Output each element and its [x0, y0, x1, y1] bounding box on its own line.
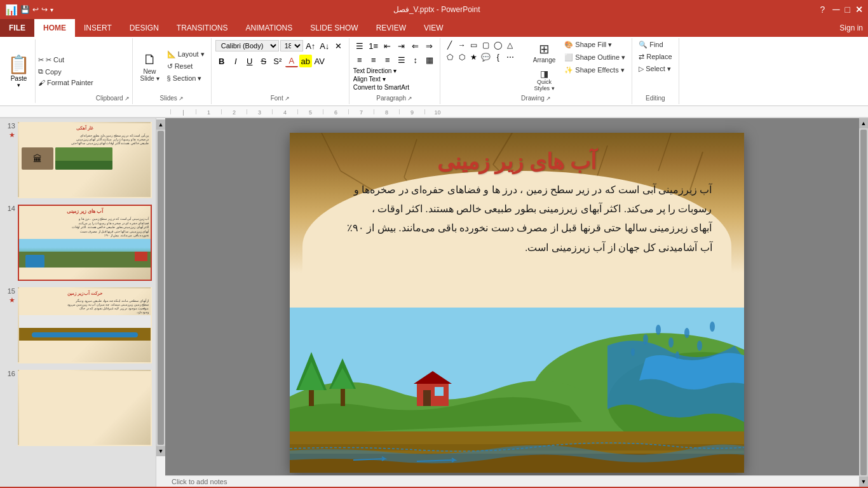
slide-thumbnail-16[interactable]	[18, 370, 152, 446]
scroll-down-arrow[interactable]: ▼	[156, 446, 165, 456]
text-direction-button[interactable]: Text Direction ▾	[353, 67, 397, 74]
help-button[interactable]: ?	[820, 4, 825, 15]
arrange-button[interactable]: ⊞ Arrange	[529, 39, 560, 65]
convert-smartart-button[interactable]: Convert to SmartArt	[353, 84, 409, 91]
new-slide-button[interactable]: 🗋 New Slide ▾	[137, 50, 163, 84]
undo-icon[interactable]: ↩	[32, 5, 39, 14]
font-expand-icon[interactable]: ↗	[285, 95, 290, 102]
font-name-select[interactable]: Calibri (Body)	[215, 40, 279, 51]
shape-effects-button[interactable]: ✨ Shape Effects ▾	[562, 65, 628, 76]
scroll-thumb[interactable]	[158, 131, 164, 445]
shape-fill-button[interactable]: 🎨 Shape Fill ▾	[562, 39, 628, 50]
tab-animations[interactable]: ANIMATIONS	[236, 19, 301, 37]
ltr-button[interactable]: ⇒	[423, 39, 436, 52]
strikethrough-button[interactable]: S	[257, 55, 270, 67]
section-button[interactable]: § Section ▾	[165, 73, 207, 84]
select-button[interactable]: ▷ Select ▾	[636, 64, 674, 74]
clear-format-button[interactable]: ✕	[332, 39, 345, 52]
reset-button[interactable]: ↺ Reset	[165, 61, 207, 72]
align-center-button[interactable]: ≡	[367, 53, 380, 66]
copy-button[interactable]: ⧉ Copy	[36, 66, 96, 77]
tab-view[interactable]: VIEW	[415, 19, 452, 37]
save-icon[interactable]: 💾	[20, 5, 30, 14]
slide-item-16[interactable]: 16	[3, 369, 153, 447]
shape-btn-star[interactable]: ★	[468, 51, 480, 63]
shape-btn-callout[interactable]: 💬	[480, 51, 492, 63]
shape-btn-hex[interactable]: ⬡	[456, 51, 468, 63]
underline-button[interactable]: U	[243, 55, 256, 67]
tab-review[interactable]: REVIEW	[367, 19, 415, 37]
sign-in-button[interactable]: Sign in	[839, 24, 863, 32]
tab-file[interactable]: FILE	[0, 19, 34, 37]
current-slide[interactable]: آب های زیر زمینی آب زیرزمینی آبی است که …	[290, 133, 744, 473]
slide-thumbnail-14[interactable]: آب های زیر زمینی آب زیرزمینی آبی است که …	[18, 205, 152, 281]
format-painter-button[interactable]: 🖌 Format Painter	[36, 78, 96, 88]
shape-btn-pentagon[interactable]: ⬠	[444, 51, 456, 63]
rtl-button[interactable]: ⇐	[409, 39, 422, 52]
find-button[interactable]: 🔍 Find	[636, 39, 674, 50]
paste-button[interactable]: 📋 Paste ▾	[3, 39, 36, 103]
slide-item-13[interactable]: 13 ★ غار آهکی ین آبی است که در زیر سطح ز…	[3, 121, 153, 200]
tab-slideshow[interactable]: SLIDE SHOW	[301, 19, 367, 37]
scroll-up-arrow[interactable]: ▲	[156, 119, 165, 130]
bullets-button[interactable]: ☰	[353, 39, 366, 52]
notes-area[interactable]: Click to add notes	[165, 475, 859, 487]
slide-thumbnail-13[interactable]: غار آهکی ین آبی است که در زیر سطح زمین د…	[18, 122, 152, 198]
bold-button[interactable]: B	[215, 55, 228, 67]
char-spacing-button[interactable]: AV	[313, 55, 326, 67]
shape-btn-rounded-rect[interactable]: ▢	[480, 39, 492, 51]
shape-btn-more[interactable]: ⋯	[505, 51, 516, 63]
increase-indent-button[interactable]: ⇥	[395, 39, 408, 52]
shape-btn-rect[interactable]: ▭	[468, 39, 480, 51]
replace-button[interactable]: ⇄ Replace	[636, 51, 674, 62]
drawing-expand-icon[interactable]: ↗	[546, 95, 551, 102]
shape-btn-brace[interactable]: {	[492, 51, 504, 63]
slides-expand-icon[interactable]: ↗	[179, 95, 184, 102]
redo-icon[interactable]: ↪	[41, 5, 48, 14]
slide-view-scrollbar[interactable]: ▲ ▼	[859, 118, 868, 487]
slide-view-scroll-down[interactable]: ▼	[859, 477, 868, 487]
close-button[interactable]: ✕	[855, 4, 863, 15]
slide-title[interactable]: آب های زیر زمینی	[290, 133, 744, 180]
italic-button[interactable]: I	[229, 55, 242, 67]
slide-body-text[interactable]: آب زیرزمینی آبی است که در زیر سطح زمین ،…	[290, 180, 744, 258]
tab-home[interactable]: HOME	[34, 19, 75, 37]
quick-styles-button[interactable]: ◨ Quick Styles ▾	[529, 67, 560, 93]
slide-thumbnail-15[interactable]: حرکت آب زیر زمین از آبهای سطحی مانند این…	[18, 287, 152, 363]
align-right-button[interactable]: ≡	[381, 53, 394, 66]
slide-panel-scrollbar[interactable]: ▲ ▼	[156, 119, 165, 456]
highlight-button[interactable]: ab	[299, 55, 312, 67]
text-shadow-button[interactable]: S²	[271, 55, 284, 67]
cut-button[interactable]: ✂ ✂ Cut	[36, 55, 96, 65]
slide-view-scroll-thumb[interactable]	[860, 130, 867, 475]
slide-view-scroll-up[interactable]: ▲	[859, 118, 868, 128]
quick-access-toolbar[interactable]: 📊 💾 ↩ ↪ ▾	[5, 4, 53, 16]
restore-button[interactable]: □	[845, 4, 850, 15]
justify-button[interactable]: ☰	[395, 53, 408, 66]
shape-btn-triangle[interactable]: △	[505, 39, 516, 51]
align-text-button[interactable]: Align Text ▾	[353, 76, 386, 83]
numbering-button[interactable]: 1≡	[367, 39, 380, 52]
font-size-select[interactable]: 18	[280, 40, 303, 51]
clipboard-expand-icon[interactable]: ↗	[125, 95, 130, 102]
slide-item-14[interactable]: 14 آب های زیر زمینی آب زیرزمینی آبی است …	[3, 203, 153, 282]
minimize-button[interactable]: ─	[832, 4, 839, 15]
shape-btn-arrow[interactable]: →	[456, 39, 468, 51]
font-color-button[interactable]: A	[285, 55, 298, 67]
font-grow-button[interactable]: A↑	[304, 39, 317, 52]
tab-transitions[interactable]: TRANSITIONS	[168, 19, 237, 37]
columns-button[interactable]: ▦	[423, 53, 436, 66]
tab-design[interactable]: DESIGN	[121, 19, 168, 37]
shape-btn-oval[interactable]: ◯	[492, 39, 504, 51]
slide-item-15[interactable]: 15 ★ حرکت آب زیر زمین از آبهای سطحی مانن…	[3, 286, 153, 365]
svg-point-31	[697, 341, 702, 351]
tab-insert[interactable]: INSERT	[75, 19, 121, 37]
decrease-indent-button[interactable]: ⇤	[381, 39, 394, 52]
paragraph-expand-icon[interactable]: ↗	[407, 95, 412, 102]
align-left-button[interactable]: ≡	[353, 53, 366, 66]
line-spacing-button[interactable]: ↕	[409, 53, 422, 66]
shape-btn-line[interactable]: ╱	[444, 39, 456, 51]
shape-outline-button[interactable]: ⬜ Shape Outline ▾	[562, 52, 628, 63]
font-shrink-button[interactable]: A↓	[318, 39, 331, 52]
layout-button[interactable]: 📐 Layout ▾	[165, 49, 207, 60]
